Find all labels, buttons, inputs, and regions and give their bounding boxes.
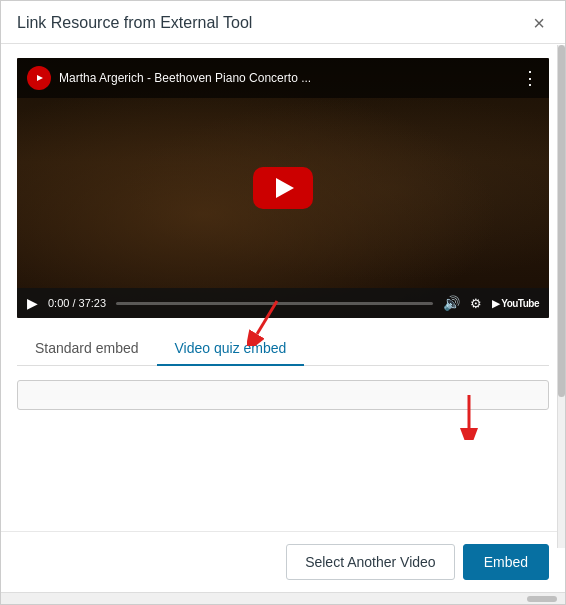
video-thumbnail: Martha Argerich - Beethoven Piano Concer…	[17, 58, 549, 318]
scroll-thumb	[558, 45, 565, 397]
dialog-header: Link Resource from External Tool ×	[1, 1, 565, 44]
youtube-logo: ▶ YouTube	[492, 298, 539, 309]
play-triangle-icon	[276, 178, 294, 198]
play-button[interactable]	[253, 167, 313, 209]
tabs-container: Standard embed Video quiz embed	[17, 332, 549, 366]
tab-video-quiz-embed[interactable]: Video quiz embed	[157, 332, 305, 366]
bottom-scroll-thumb	[527, 596, 557, 602]
channel-icon	[27, 66, 51, 90]
video-controls: ▶ 0:00 / 37:23 🔊 ⚙ ▶ YouTube	[17, 288, 549, 318]
time-display: 0:00 / 37:23	[48, 297, 106, 309]
bottom-scrollbar[interactable]	[1, 592, 565, 604]
volume-icon[interactable]: 🔊	[443, 295, 460, 311]
content-preview-input	[17, 380, 549, 410]
progress-bar[interactable]	[116, 302, 433, 305]
video-container: Martha Argerich - Beethoven Piano Concer…	[17, 58, 549, 318]
dialog-footer: Select Another Video Embed	[1, 531, 565, 592]
dialog: Link Resource from External Tool × Ma	[0, 0, 566, 605]
dialog-title: Link Resource from External Tool	[17, 14, 252, 32]
video-topbar: Martha Argerich - Beethoven Piano Concer…	[17, 58, 549, 98]
tab-standard-embed[interactable]: Standard embed	[17, 332, 157, 366]
dialog-body: Martha Argerich - Beethoven Piano Concer…	[1, 44, 565, 531]
embed-button[interactable]: Embed	[463, 544, 549, 580]
close-button[interactable]: ×	[529, 13, 549, 33]
select-another-video-button[interactable]: Select Another Video	[286, 544, 455, 580]
settings-icon[interactable]: ⚙	[470, 296, 482, 311]
scroll-track[interactable]	[557, 45, 565, 548]
video-more-icon[interactable]: ⋮	[521, 67, 539, 89]
control-play-icon[interactable]: ▶	[27, 295, 38, 311]
tabs-section: Standard embed Video quiz embed	[17, 332, 549, 366]
video-title: Martha Argerich - Beethoven Piano Concer…	[59, 71, 513, 85]
content-area	[17, 380, 549, 414]
